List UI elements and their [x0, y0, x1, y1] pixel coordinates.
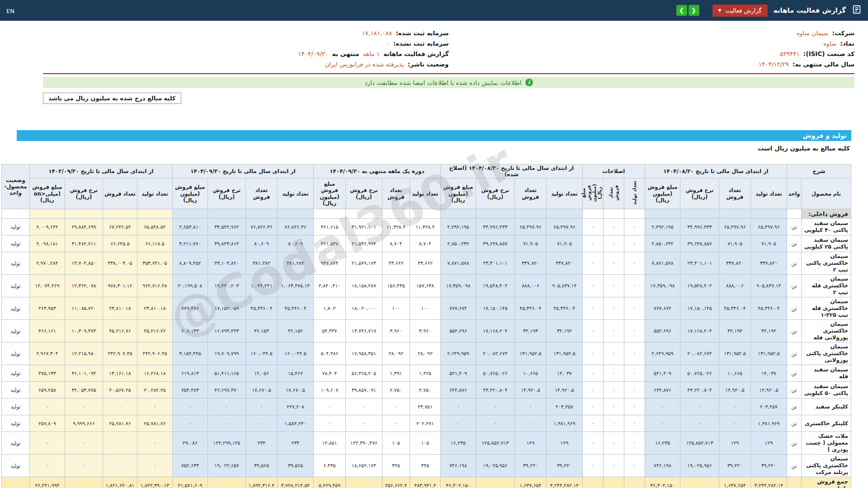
value-cell: ۶۷,۲۴۶.۵۲ — [103, 219, 137, 235]
period-group-header: اصلاحات — [582, 164, 645, 178]
value-cell: ۷۱,۹۰۵ — [514, 235, 546, 252]
value-cell: ۰ — [313, 399, 345, 415]
next-report-button[interactable]: ❯ — [689, 5, 699, 16]
value-cell: ۰ — [172, 399, 208, 415]
value-cell — [750, 209, 787, 219]
value-cell: ۱,۸۰۲ — [313, 297, 345, 320]
unit-cell: تن — [787, 219, 801, 235]
total-row: جمع فروش داخلی۳,۲۴۴,۲۸۲.۱۴۱,۶۳۷,۶۵۴۳۶,۳۰… — [1, 477, 851, 488]
value-cell: ۱۳۱,۹۵۲.۵ — [750, 343, 787, 365]
value-cell: ۳۲,۰۵۳,۷۷۵ — [65, 382, 103, 399]
value-cell: ۴۳,۶۶۲ — [410, 252, 440, 275]
value-cell: ۰ — [582, 455, 603, 477]
value-cell: ۴,۹۷۰,۲۸۴ — [29, 252, 65, 275]
product-name-cell: کلینکر سفید — [802, 399, 851, 415]
value-cell: ۰ — [680, 399, 719, 415]
product-name-cell: ملات خشک معمولی ( چسب پودری ) — [802, 432, 851, 455]
value-cell — [313, 209, 345, 219]
status-cell: تولید — [1, 415, 29, 432]
value-cell: ۱۹,۷۰۹,۷۹۹ — [208, 343, 245, 365]
value-cell: ۱۰۰ — [382, 297, 410, 320]
prev-report-button[interactable]: ❮ — [676, 5, 687, 16]
divider-line — [43, 73, 854, 74]
value-cell: ۰ — [582, 275, 603, 297]
info-row: شرکت: سیمان ساوه — [449, 28, 855, 38]
product-name-cell: سیمان سفید پاکتی ۵۰ کیلویی — [802, 382, 851, 399]
value-cell: ۰ — [603, 382, 624, 399]
value-cell: ۲۱,۵۷۹,۱۷۳ — [345, 252, 382, 275]
value-cell: ۱۴,۹۲۰.۵ — [750, 382, 787, 399]
value-cell: ۰ — [603, 235, 624, 252]
company-info-right-column: شرکت: سیمان ساوه نماد: ساوه کد صنعت (ISI… — [449, 28, 855, 70]
value-cell: ۳۶,۳۰۲,۱۵۰ — [645, 477, 680, 488]
report-icon — [852, 5, 862, 16]
value-cell: ۲۲۷,۲۰۸ — [277, 399, 313, 415]
value-cell: ۲۳,۸۱۰.۱۸ — [137, 297, 172, 320]
value-cell: ۱۷,۳۵۹,۰۹۸ — [440, 275, 476, 297]
language-toggle[interactable]: EN — [6, 8, 14, 14]
value-cell: ۱۵,۴۶۲ — [277, 365, 313, 382]
value-cell: ۳,۷۲۸,۲۱۴.۵۴ — [277, 477, 313, 488]
value-cell: ۲,۸۴۰,۴۱۰ — [313, 275, 345, 297]
period-group-header: از ابتدای سال مالی تا تاریخ ۱۴۰۴/۰۸/۳۰ — [645, 164, 787, 178]
value-cell: ۳,۲۱۱,۷۷۰ — [172, 235, 208, 252]
value-cell: ۳۶,۱۵۲ — [277, 320, 313, 343]
value-cell: ۰ — [313, 415, 345, 432]
value-cell: ۱۳,۱۶۱.۱۸ — [103, 365, 137, 382]
value-cell: ۱۲۵,۸۵۲,۷۱۳ — [680, 432, 719, 455]
status-cell: تولید — [1, 365, 29, 382]
value-cell: ۰ — [603, 320, 624, 343]
value-cell: ۱,۰۶۳,۴۷۵.۱۴ — [277, 275, 313, 297]
value-cell: ۸۸۸,۰۰۶ — [514, 275, 546, 297]
value-cell: ۱۷,۱۶۸,۲۰۴ — [680, 320, 719, 343]
value-cell: ۳۲,۱۹۲ — [750, 320, 787, 343]
value-cell: ۱۷,۹۵۸,۳۵۱ — [345, 343, 382, 365]
value-cell: ۱۲,۸۵۱ — [313, 432, 345, 455]
value-cell: ۰ — [603, 297, 624, 320]
value-cell — [582, 209, 603, 219]
value-cell: ۱,۵۸۴,۲۴۰ — [277, 415, 313, 432]
value-cell: ۲,۰۰۹,۶۴۲ — [29, 219, 65, 235]
value-cell: ۸۰,۶۰۹ — [277, 235, 313, 252]
value-cell: ۹,۹۹۹,۶۶۶ — [65, 415, 103, 432]
value-cell: ۱۲۵,۸۵۲,۷۱۳ — [476, 432, 514, 455]
value-cell: ۷۱,۹۰۵ — [719, 235, 750, 252]
report-type-dropdown[interactable]: گزارش فعالیت ▼ — [712, 5, 768, 17]
info-value: ۱۴۰۴/۰۹/۳۰ — [298, 50, 328, 57]
value-cell: ۵۴,۴۳۷ — [313, 320, 345, 343]
unit-cell: تن — [787, 343, 801, 365]
value-cell: ۶۴۴,۸۷۶ — [440, 382, 476, 399]
value-cell: ۱۶۰,۰۴۴.۵ — [245, 343, 277, 365]
column-header: تعداد تولید — [410, 178, 440, 209]
value-cell: ۰ — [624, 415, 645, 432]
status-cell: تولید — [1, 432, 29, 455]
info-row: وضعیت ناشر: پذیرفته شده در فرابورس ایران — [43, 59, 449, 70]
info-label: کد صنعت (ISIC): — [803, 50, 854, 57]
value-cell: ۱۰,۳۰۹,۴۷۴ — [65, 320, 103, 343]
value-cell: ۰ — [137, 455, 172, 477]
product-name-cell: سیمان خاکستری پوزولانی فله — [802, 320, 851, 343]
value-cell: ۲,۹۶۷,۳۰۴ — [29, 343, 65, 365]
column-header: تعداد تولید — [546, 178, 582, 209]
value-cell: ۱۹,۰۲۵,۹۵۶ — [680, 455, 719, 477]
info-label: وضعیت ناشر: — [408, 61, 449, 68]
company-info-left-column: سرمایه ثبت شده: ۱۷,۱۸۱,۰۸۸ سرمایه ثبت نش… — [43, 28, 449, 70]
column-header: تعداد تولید — [750, 178, 787, 209]
column-header: مبلغ فروش (میلیون ریال) — [313, 178, 345, 209]
value-cell: ۱۴,۰۳۷ — [546, 365, 582, 382]
value-cell: ۳,۹۶۰ — [382, 320, 410, 343]
status-cell: تولید — [1, 235, 29, 252]
value-cell: ۰ — [514, 399, 546, 415]
value-cell: ۰ — [582, 343, 603, 365]
value-cell: ۱۰۵ — [410, 432, 440, 455]
value-cell: ۶۵۹,۲۵۸ — [29, 382, 65, 399]
status-cell: تولید — [1, 219, 29, 235]
value-cell: ۱۹,۰۲۲,۶۵۷ — [208, 455, 245, 477]
value-cell: ۰ — [582, 252, 603, 275]
value-cell: ۳۶۱,۵۳۸ — [313, 235, 345, 252]
unit-cell: تن — [787, 382, 801, 399]
value-cell: ۰ — [582, 399, 603, 415]
value-cell: ۱۸,۰۲۰,۰۰۰ — [345, 297, 382, 320]
value-cell: ۰ — [476, 415, 514, 432]
value-cell: ۴۲,۶۹۷,۳۷۰ — [208, 382, 245, 399]
